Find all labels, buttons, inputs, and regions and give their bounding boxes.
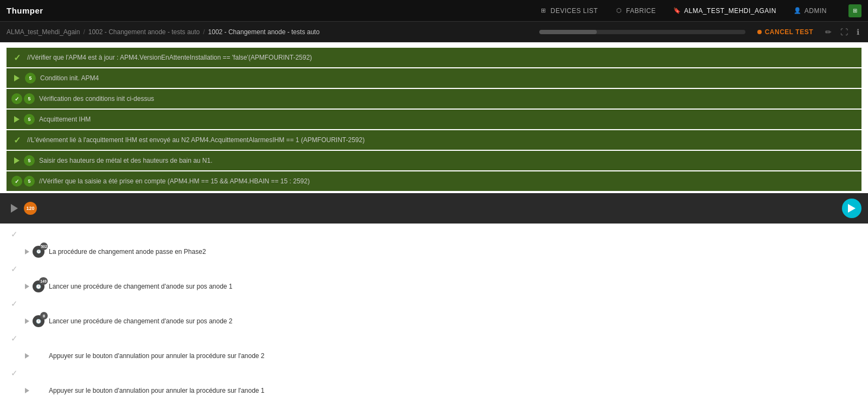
test-row-4: ✓ //L'événement lié à l'acquittement IHM… — [7, 130, 861, 150]
test-row-2: ✓ 5 Vérification des conditions init ci-… — [7, 89, 861, 109]
step-label-5: Lancer une procédure de changement d'ano… — [49, 317, 861, 325]
step-check-icon-2: ✓ — [7, 264, 22, 274]
badge-2: 5 — [24, 93, 35, 104]
breadcrumb-bar: ALMA_test_Mehdi_Again / 1002 - Changemen… — [0, 22, 868, 42]
expand-icon[interactable]: ⛶ — [838, 27, 850, 37]
step-label-1: La procédure de changement anode passe e… — [49, 248, 861, 256]
step-badge-num-5: 8 — [40, 312, 48, 320]
row-play-3[interactable] — [11, 113, 23, 125]
white-section: ✓ 🕐 502 La procédure de changement anode… — [0, 226, 868, 402]
nav-devices-list[interactable]: ⊞ DEVICES LIST — [540, 7, 598, 15]
step-check-icon-6: ✓ — [7, 334, 22, 343]
main-content: ✓ //Vérifier que l'APM4 est à jour : APM… — [0, 42, 868, 402]
breadcrumb-item-1[interactable]: ALMA_test_Mehdi_Again — [7, 28, 80, 36]
step-row-7: Appuyer sur le bouton d'annulation pour … — [0, 347, 868, 365]
breadcrumb-item-2[interactable]: 1002 - Changement anode - tests auto — [88, 28, 200, 36]
fabrice-icon: ⬡ — [615, 7, 623, 15]
breadcrumb-sep-1: / — [83, 28, 85, 36]
step-label-7: Appuyer sur le bouton d'annulation pour … — [49, 352, 861, 360]
step-row-check-10: ✓ — [0, 399, 868, 402]
big-row-right-btn[interactable] — [842, 199, 861, 218]
top-right-action[interactable]: ⊞ — [848, 4, 861, 17]
breadcrumb-actions: ✏ ⛶ ℹ — [823, 27, 861, 37]
test-row-3: 5 Acquittement IHM — [7, 110, 861, 129]
step-play-btn-5[interactable] — [22, 316, 33, 327]
step-row-check-0: ✓ — [0, 226, 868, 243]
step-badge-num-3: 149 — [39, 277, 48, 285]
nav-fabrice[interactable]: ⬡ FABRICE — [615, 7, 656, 15]
test-icon: 🔖 — [673, 7, 681, 15]
cancel-test-button[interactable]: CANCEL TEST — [757, 28, 813, 36]
nav-alma-test[interactable]: 🔖 ALMA_TEST_MEHDI_AGAIN — [673, 7, 776, 15]
row-label-2: Vérification des conditions init ci-dess… — [39, 95, 857, 103]
row-play-1[interactable] — [11, 72, 23, 84]
badge-3: 5 — [24, 114, 35, 125]
step-check-icon-4: ✓ — [7, 299, 22, 309]
row-label-0: //Vérifier que l'APM4 est à jour : APM4.… — [27, 54, 857, 61]
info-icon[interactable]: ℹ — [854, 27, 861, 37]
step-row-3: 🕐 149 Lancer une procédure de changement… — [0, 278, 868, 295]
badge-1: 5 — [25, 73, 36, 84]
step-label-9: Appuyer sur le bouton d'annulation pour … — [49, 387, 861, 394]
step-play-btn-7[interactable] — [22, 350, 33, 361]
test-row-1: 5 Condition init. APM4 — [7, 68, 861, 88]
step-row-check-4: ✓ — [0, 295, 868, 312]
row-label-5: Saisir des hauteurs de métal et des haut… — [39, 157, 857, 164]
edit-icon[interactable]: ✏ — [823, 27, 834, 37]
step-badge-num-1: 502 — [40, 243, 48, 250]
step-check-icon-8: ✓ — [7, 368, 22, 378]
step-row-5: 🕐 8 Lancer une procédure de changement d… — [0, 312, 868, 330]
step-row-check-8: ✓ — [0, 365, 868, 382]
row-label-6: //Vérifier que la saisie a été prise en … — [39, 177, 857, 185]
big-dark-row: 120 — [0, 193, 868, 224]
progress-bar-fill — [539, 30, 597, 34]
badge-6: 5 — [24, 176, 35, 187]
progress-bar-container — [539, 30, 745, 34]
top-navigation: Thumper ⊞ DEVICES LIST ⬡ FABRICE 🔖 ALMA_… — [0, 0, 868, 22]
step-play-btn-3[interactable] — [22, 281, 33, 292]
test-row-6: ✓ 5 //Vérifier que la saisie a été prise… — [7, 171, 861, 191]
test-row-0: ✓ //Vérifier que l'APM4 est à jour : APM… — [7, 48, 861, 67]
step-play-btn-9[interactable] — [22, 385, 33, 396]
test-row-5: 5 Saisir des hauteurs de métal et des ha… — [7, 151, 861, 170]
row-play-5[interactable] — [11, 155, 23, 167]
step-row-1: 🕐 502 La procédure de changement anode p… — [0, 243, 868, 260]
step-check-icon-0: ✓ — [7, 229, 22, 239]
step-play-btn-1[interactable] — [22, 246, 33, 257]
badge-5: 5 — [24, 155, 35, 166]
grid-icon: ⊞ — [540, 7, 547, 15]
step-row-check-2: ✓ — [0, 260, 868, 278]
step-row-9: Appuyer sur le bouton d'annulation pour … — [0, 382, 868, 399]
big-badge: 120 — [24, 202, 37, 215]
admin-icon: 👤 — [794, 7, 801, 15]
breadcrumb-current: 1002 - Changement anode - tests auto — [208, 28, 320, 36]
row-check-6: ✓ — [11, 175, 23, 187]
row-check-2: ✓ — [11, 93, 23, 105]
row-label-3: Acquittement IHM — [39, 116, 857, 123]
row-check-4: ✓ — [11, 134, 23, 146]
nav-admin[interactable]: 👤 ADMIN — [794, 7, 827, 15]
step-label-3: Lancer une procédure de changement d'ano… — [49, 283, 861, 290]
big-row-play-btn[interactable] — [7, 201, 22, 216]
row-label-1: Condition init. APM4 — [40, 74, 857, 82]
breadcrumb-sep-2: / — [203, 28, 205, 36]
row-check-0: ✓ — [11, 52, 23, 63]
step-row-check-6: ✓ — [0, 330, 868, 347]
cancel-dot — [757, 30, 762, 34]
app-logo: Thumper — [7, 6, 43, 15]
row-label-4: //L'événement lié à l'acquittement IHM e… — [27, 136, 857, 144]
